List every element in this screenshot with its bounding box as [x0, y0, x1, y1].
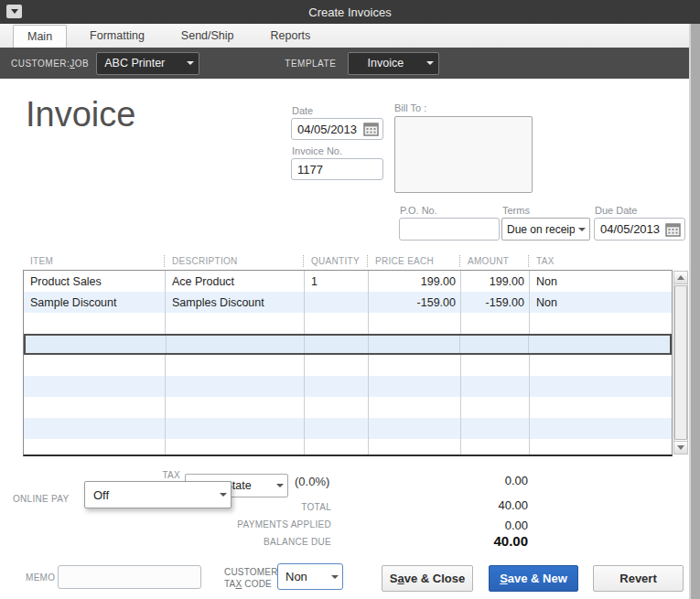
ribbon-tab-bar: Main Formatting Send/Ship Reports: [0, 24, 700, 48]
total-value: 40.00: [498, 498, 528, 512]
tax-rate: (0.0%): [295, 475, 329, 488]
cell-tax[interactable]: Non: [529, 292, 672, 313]
column-header-quantity[interactable]: QUANTITY: [303, 255, 367, 267]
items-table-header: ITEM DESCRIPTION QUANTITY PRICE EACH AMO…: [23, 255, 673, 269]
online-pay-label: ONLINE PAY: [13, 494, 70, 504]
chevron-down-icon: [575, 228, 589, 231]
memo-input[interactable]: [59, 571, 200, 584]
column-header-amount[interactable]: AMOUNT: [459, 255, 528, 267]
template-label: TEMPLATE: [285, 59, 336, 69]
po-no-label: P.O. No.: [400, 205, 437, 216]
calendar-icon[interactable]: [665, 222, 681, 237]
cell-amount[interactable]: -159.00: [460, 292, 529, 313]
customer-tax-code-label: CUSTOMER TAX CODE: [224, 566, 278, 590]
save-and-close-button[interactable]: Save & Close: [382, 565, 473, 592]
balance-due-label: BALANCE DUE: [264, 537, 331, 547]
memo-field: [58, 565, 201, 589]
terms-dropdown[interactable]: Due on receipt: [501, 218, 590, 241]
tab-formatting[interactable]: Formatting: [76, 25, 158, 48]
customer-job-dropdown[interactable]: ABC Printer: [96, 52, 199, 75]
memo-label: MEMO: [26, 572, 55, 583]
tax-amount: 0.00: [505, 474, 528, 487]
terms-value: Due on receipt: [502, 223, 575, 236]
po-no-field: [399, 218, 500, 241]
online-pay-value: Off: [85, 488, 216, 502]
table-scrollbar[interactable]: [673, 271, 688, 455]
column-header-item[interactable]: ITEM: [23, 255, 164, 267]
customer-job-value: ABC Printer: [97, 57, 182, 70]
cell-quantity[interactable]: [304, 292, 368, 313]
table-row[interactable]: [24, 313, 672, 334]
cell-amount[interactable]: 199.00: [460, 271, 529, 292]
invoice-no-label: Invoice No.: [292, 145, 342, 156]
table-row[interactable]: [24, 439, 672, 455]
customer-toolbar: CUSTOMER:JOB ABC Printer TEMPLATE Invoic…: [0, 48, 689, 79]
bill-to-textarea[interactable]: [394, 116, 533, 193]
due-date-field: [594, 218, 685, 241]
collapse-ribbon-button[interactable]: [6, 5, 22, 18]
arrow-up-icon: [677, 275, 684, 280]
calendar-icon[interactable]: [363, 122, 379, 136]
scrollbar-thumb[interactable]: [674, 285, 687, 440]
chevron-down-icon: [273, 484, 287, 487]
tab-main[interactable]: Main: [13, 25, 67, 48]
cell-tax[interactable]: Non: [529, 271, 672, 292]
chevron-down-icon: [11, 9, 18, 14]
payments-applied-value: 0.00: [505, 519, 528, 532]
window-title: Create Invoices: [308, 5, 391, 19]
cell-price-each[interactable]: -159.00: [368, 292, 460, 313]
tab-send-ship[interactable]: Send/Ship: [167, 25, 248, 48]
table-row[interactable]: [24, 397, 672, 418]
customer-job-label: CUSTOMER:JOB: [11, 59, 89, 69]
online-pay-dropdown[interactable]: Off: [84, 481, 232, 508]
cell-description[interactable]: Ace Product: [165, 271, 304, 292]
cell-item[interactable]: Product Sales: [24, 271, 165, 292]
scroll-up-button[interactable]: [674, 272, 687, 284]
total-label: TOTAL: [301, 502, 331, 512]
date-input[interactable]: [292, 123, 363, 136]
create-invoices-window: Create Invoices Main Formatting Send/Shi…: [0, 0, 700, 599]
customer-tax-code-dropdown[interactable]: Non: [277, 563, 343, 590]
arrow-down-icon: [677, 445, 684, 450]
cell-price-each[interactable]: 199.00: [368, 271, 460, 292]
template-value: Invoice: [349, 57, 422, 70]
cell-description[interactable]: Samples Discount: [165, 292, 304, 313]
column-header-price-each[interactable]: PRICE EACH: [367, 255, 459, 267]
cell-quantity[interactable]: 1: [304, 271, 368, 292]
cell-item[interactable]: Sample Discount: [24, 292, 165, 313]
date-field: [291, 118, 383, 140]
date-label: Date: [292, 105, 313, 116]
window-scrollbar[interactable]: [689, 24, 700, 599]
chevron-down-icon: [182, 61, 199, 65]
items-table: Product Sales Ace Product 1 199.00 199.0…: [23, 270, 673, 456]
chevron-down-icon: [422, 61, 438, 65]
title-bar: Create Invoices: [0, 0, 700, 24]
table-row[interactable]: Product Sales Ace Product 1 199.00 199.0…: [24, 271, 672, 292]
table-row-selected[interactable]: [24, 334, 672, 355]
balance-due-value: 40.00: [493, 533, 528, 549]
invoice-no-input[interactable]: [292, 163, 382, 176]
invoice-heading: Invoice: [26, 95, 135, 134]
chevron-down-icon: [328, 575, 342, 579]
due-date-label: Due Date: [595, 205, 637, 216]
table-row[interactable]: [24, 376, 672, 397]
terms-label: Terms: [502, 205, 530, 216]
tab-reports[interactable]: Reports: [257, 25, 325, 48]
table-row[interactable]: [24, 355, 672, 376]
column-header-description[interactable]: DESCRIPTION: [164, 255, 303, 267]
scroll-down-button[interactable]: [674, 441, 687, 454]
save-and-new-button[interactable]: Save & New: [489, 565, 578, 592]
po-no-input[interactable]: [400, 222, 499, 236]
payments-applied-label: PAYMENTS APPLIED: [237, 519, 331, 529]
customer-tax-code-value: Non: [278, 570, 328, 583]
bill-to-label: Bill To :: [394, 102, 426, 113]
chevron-down-icon: [216, 493, 231, 497]
template-dropdown[interactable]: Invoice: [348, 52, 439, 75]
tax-label: TAX: [162, 470, 180, 480]
due-date-input[interactable]: [595, 222, 665, 236]
invoice-no-field: [291, 158, 383, 180]
column-header-tax[interactable]: TAX: [528, 255, 671, 267]
table-row[interactable]: [24, 418, 672, 439]
table-row[interactable]: Sample Discount Samples Discount -159.00…: [24, 292, 672, 313]
revert-button[interactable]: Revert: [593, 565, 684, 592]
